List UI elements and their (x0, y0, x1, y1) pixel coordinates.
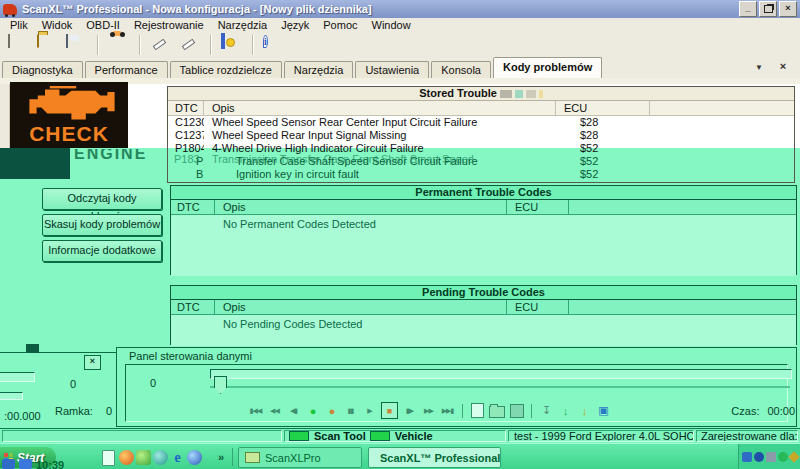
menu-narzedzia[interactable]: Narzędzia (211, 19, 275, 31)
download-green-icon[interactable]: ↓ (558, 403, 573, 418)
ie-icon[interactable]: e (170, 450, 185, 465)
close-button[interactable]: × (779, 1, 797, 17)
restore-button[interactable] (759, 1, 777, 17)
quick-launch-overflow-chevron[interactable]: » (218, 451, 224, 463)
network-tray-icon[interactable] (766, 452, 776, 462)
app-car-icon (3, 4, 17, 15)
send-icon[interactable]: ↧ (539, 403, 554, 418)
wmp-icon[interactable] (187, 450, 202, 465)
tab-performance[interactable]: Performance (85, 61, 168, 78)
tab-konsola[interactable]: Konsola (431, 61, 491, 78)
plugin-grid-icon[interactable] (221, 35, 243, 55)
glitch-block (500, 90, 512, 98)
tab-list-dropdown-icon[interactable]: ▼ (752, 63, 766, 75)
playback-progress-channel[interactable] (210, 369, 792, 379)
additional-info-button[interactable]: Informacje dodatkowe (42, 240, 162, 262)
dtc-code: C1230 (168, 116, 204, 129)
system-tray (738, 444, 800, 469)
glitch-fragment-close-icon[interactable]: × (84, 355, 101, 370)
open-file-icon[interactable] (37, 35, 59, 55)
stored-codes-header-row: DTC Opis ECU (168, 101, 794, 116)
new-log-icon[interactable] (470, 403, 485, 418)
record-icon[interactable]: ● (305, 403, 320, 418)
open-log-icon[interactable] (489, 403, 505, 418)
column-header-opis[interactable]: Opis (215, 200, 507, 214)
skip-start-icon[interactable]: ▮◀◀ (248, 403, 263, 418)
column-header-ecu[interactable]: ECU (507, 300, 569, 314)
table-row[interactable]: C1230 Wheel Speed Sensor Rear Center Inp… (168, 116, 794, 129)
read-trouble-codes-button[interactable]: Odczytaj kody problemów (42, 188, 162, 210)
new-file-icon[interactable] (8, 35, 30, 55)
rewind-icon[interactable]: ◀◀ (267, 403, 282, 418)
pda-tray-icon[interactable] (742, 452, 752, 462)
glitch-block (539, 90, 543, 98)
save-icon[interactable] (66, 35, 88, 55)
dtc-description: Wheel Speed Rear Input Signal Missing (204, 129, 556, 142)
column-header-dtc[interactable]: DTC (171, 200, 215, 214)
download-yellow-icon[interactable]: ↓ (577, 403, 592, 418)
menu-rejestrowanie[interactable]: Rejestrowanie (127, 19, 211, 31)
play-icon[interactable]: ▶ (362, 403, 377, 418)
frame-slider-track[interactable] (210, 386, 790, 388)
taskbar-item-scanxl-professional[interactable]: ScanXL™ Professional... (368, 447, 501, 468)
messenger-icon[interactable] (136, 450, 151, 465)
disconnect-icon[interactable] (179, 35, 201, 55)
tab-kody-problemow[interactable]: Kody problemów (493, 57, 602, 78)
info-icon[interactable]: i (263, 35, 285, 55)
glitch-fragment-bar (0, 372, 35, 382)
menu-obd2[interactable]: OBD-II (79, 19, 127, 31)
dashboard-icon[interactable]: ▣ (596, 403, 611, 418)
control-panel-title: Panel sterowania danymi (129, 350, 252, 362)
shield-tray-icon[interactable] (778, 452, 788, 462)
ghost-dtc-description: Transmission Transfer Case Front Shaft S… (212, 155, 474, 166)
firefox-icon[interactable] (119, 450, 134, 465)
taskbar-item-scanxlpro[interactable]: ScanXLPro (238, 447, 362, 468)
notepad-icon[interactable] (102, 450, 115, 466)
column-header-dtc[interactable]: DTC (168, 101, 204, 115)
table-row[interactable]: B1352 Ignition key in circuit fault $52 (168, 168, 794, 181)
volume-tray-icon[interactable] (788, 451, 799, 462)
fast-forward-icon[interactable]: ▶▶ (421, 403, 436, 418)
menu-widok[interactable]: Widok (35, 19, 80, 31)
vehicle-icon[interactable] (108, 35, 130, 55)
menu-pomoc[interactable]: Pomoc (316, 19, 364, 31)
skip-end-icon[interactable]: ▶▶▮ (440, 403, 455, 418)
status-cell-registration: Zarejestrowane dla: test (test) (696, 430, 798, 442)
tab-close-icon[interactable]: × (776, 60, 790, 73)
permanent-trouble-codes-table: Permanent Trouble Codes DTC Opis ECU No … (170, 185, 797, 275)
engine-ghost-glitch-text: ENGINE (74, 149, 162, 162)
dtc-ecu: $52 (556, 168, 650, 181)
step-back-icon[interactable]: ◀▮ (286, 403, 301, 418)
table-row[interactable]: C1237 Wheel Speed Rear Input Signal Miss… (168, 129, 794, 142)
snapshot-icon[interactable]: ● (324, 403, 339, 418)
display-tray-icon[interactable] (754, 452, 764, 462)
tab-diagnostyka[interactable]: Diagnostyka (2, 61, 83, 78)
glitch-fragment-bar (0, 392, 23, 400)
tab-tablice-rozdzielcze[interactable]: Tablice rozdzielcze (170, 61, 282, 78)
table-row[interactable]: P1804 4-Wheel Drive High Indicator Circu… (168, 142, 794, 155)
permanent-codes-header-row: DTC Opis ECU (171, 200, 796, 215)
menu-window[interactable]: Window (365, 19, 418, 31)
time-label: Czas: (731, 405, 759, 417)
glitch-block (515, 90, 523, 98)
pause-icon[interactable]: ▮▮ (343, 403, 358, 418)
menu-bar: Plik Widok OBD-II Rejestrowanie Narzędzi… (0, 18, 800, 32)
mediaplayer-icon[interactable] (153, 450, 168, 465)
minimize-button[interactable]: _ (739, 1, 757, 17)
tab-narzedzia[interactable]: Narzędzia (284, 61, 354, 78)
column-header-ecu[interactable]: ECU (556, 101, 650, 115)
save-log-icon[interactable] (509, 403, 524, 418)
column-header-opis[interactable]: Opis (204, 101, 556, 115)
connect-icon[interactable] (150, 35, 172, 55)
menu-plik[interactable]: Plik (3, 19, 35, 31)
table-row-glitched[interactable]: P183P1836 Transmission Transfer Case Fro… (168, 155, 794, 168)
menu-jezyk[interactable]: Język (274, 19, 316, 31)
stop-icon[interactable]: ■ (381, 402, 398, 419)
dtc-description: Ignition key in circuit fault (204, 168, 556, 181)
step-forward-icon[interactable]: ▮▶ (402, 403, 417, 418)
column-header-ecu[interactable]: ECU (507, 200, 569, 214)
clear-trouble-codes-button[interactable]: Skasuj kody problemów (42, 214, 162, 236)
column-header-opis[interactable]: Opis (215, 300, 507, 314)
column-header-dtc[interactable]: DTC (171, 300, 215, 314)
tab-ustawienia[interactable]: Ustawienia (355, 61, 429, 78)
